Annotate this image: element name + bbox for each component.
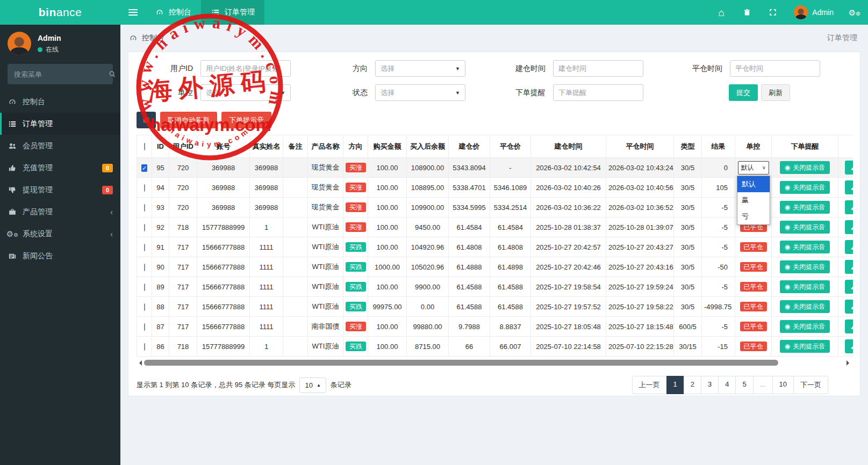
edit-button[interactable] — [845, 220, 853, 234]
column-header-close_price[interactable]: 平仓价 — [490, 135, 531, 158]
column-header-uid[interactable]: 用户ID — [169, 135, 197, 158]
dropdown-option-默认[interactable]: 默认 — [737, 176, 770, 192]
close-sound-button[interactable]: ◉关闭提示音 — [780, 280, 830, 293]
edit-button[interactable] — [845, 300, 853, 314]
close-sound-button[interactable]: ◉关闭提示音 — [780, 340, 830, 353]
remind-input[interactable] — [553, 84, 643, 101]
close-sound-button[interactable]: ◉关闭提示音 — [780, 300, 830, 313]
page-button-2[interactable]: 2 — [684, 376, 701, 394]
sidebar-item-orders[interactable]: 订单管理 — [0, 113, 120, 135]
direction-select[interactable]: 选择▼ — [375, 60, 465, 77]
column-header-amount[interactable]: 购买金额 — [368, 135, 407, 158]
sidebar-item-news[interactable]: 新闻公告 — [0, 245, 120, 267]
close-sound-button[interactable]: ◉关闭提示音 — [780, 161, 830, 174]
row-checkbox[interactable] — [144, 184, 145, 192]
order-sound-button[interactable]: 下单提示音 — [221, 112, 271, 128]
sidebar-item-members[interactable]: 会员管理 — [0, 135, 120, 157]
navbar-user-menu[interactable]: Admin — [794, 5, 834, 19]
scroll-right-arrow-icon[interactable] — [847, 360, 852, 366]
sidebar-search-input[interactable] — [14, 70, 109, 78]
refresh-button[interactable]: 刷新 — [761, 84, 790, 101]
columns-button[interactable] — [137, 112, 156, 128]
close-sound-button[interactable]: ◉关闭提示音 — [780, 221, 830, 234]
close-sound-button[interactable]: ◉关闭提示音 — [780, 181, 830, 194]
control-select[interactable]: 默认∨ — [738, 161, 769, 175]
sidebar-item-recharge[interactable]: 充值管理0 — [0, 157, 120, 179]
row-checkbox[interactable] — [144, 244, 145, 251]
select-all-checkbox[interactable] — [144, 143, 145, 150]
column-header-notify[interactable]: 下单提醒 — [772, 135, 838, 158]
gears-icon[interactable]: ⚙⚙ — [850, 8, 859, 17]
edit-button[interactable] — [845, 161, 853, 175]
column-header-actions[interactable]: 操作 — [838, 135, 853, 158]
search-icon[interactable] — [109, 70, 116, 78]
page-button-1[interactable]: 1 — [666, 376, 684, 394]
uid-input[interactable] — [200, 60, 291, 77]
edit-button[interactable] — [845, 339, 853, 353]
sidebar-item-withdraw[interactable]: 提现管理0 — [0, 179, 120, 201]
control-select[interactable]: 选择▼ — [200, 84, 291, 101]
page-button-10[interactable]: 10 — [772, 376, 794, 394]
column-header-control[interactable]: 单控 — [735, 135, 772, 158]
edit-button[interactable] — [845, 180, 853, 194]
cell-product: 现货黄金 — [308, 198, 343, 217]
column-header-open_time[interactable]: 建仓时间 — [531, 135, 606, 158]
page-button-3[interactable]: 3 — [701, 376, 719, 394]
open-time-input[interactable] — [553, 60, 643, 77]
status-select[interactable]: 选择▼ — [375, 84, 465, 101]
cell-amount: 100.00 — [368, 217, 407, 237]
sidebar-item-dashboard[interactable]: 控制台 — [0, 91, 120, 113]
column-header-product[interactable]: 产品名称 — [308, 135, 343, 158]
brand-logo[interactable]: binance — [0, 0, 120, 25]
sidebar-item-products[interactable]: 产品管理‹ — [0, 201, 120, 223]
column-header-open_price[interactable]: 建仓价 — [449, 135, 490, 158]
column-header-result[interactable]: 结果 — [702, 135, 735, 158]
close-sound-button[interactable]: ◉关闭提示音 — [780, 241, 830, 253]
navbar-tab-orders[interactable]: 订单管理 — [201, 0, 264, 25]
page-size-dropdown[interactable]: 10 ▲ — [299, 377, 326, 393]
close-sound-button[interactable]: ◉关闭提示音 — [780, 260, 830, 273]
close-sound-button[interactable]: ◉关闭提示音 — [780, 320, 830, 333]
edit-button[interactable] — [845, 260, 853, 274]
dropdown-option-亏[interactable]: 亏 — [737, 208, 770, 224]
next-page-button[interactable]: 下一页 — [793, 376, 828, 394]
navbar-tab-dashboard[interactable]: 控制台 — [145, 0, 201, 25]
row-checkbox[interactable] — [144, 224, 145, 231]
dropdown-option-赢[interactable]: 赢 — [737, 192, 770, 208]
trash-icon[interactable] — [742, 8, 752, 17]
column-header-id[interactable]: ID — [152, 135, 169, 158]
column-header-balance[interactable]: 买入后余额 — [407, 135, 449, 158]
row-checkbox[interactable] — [144, 343, 145, 351]
breadcrumb-left[interactable]: 控制台 — [142, 33, 164, 43]
prev-page-button[interactable]: 上一页 — [632, 376, 667, 394]
submit-button[interactable]: 提交 — [729, 84, 758, 101]
row-checkbox[interactable] — [144, 323, 145, 331]
edit-button[interactable] — [845, 200, 853, 214]
edit-button[interactable] — [845, 319, 853, 333]
fullscreen-icon[interactable] — [768, 8, 778, 17]
result-cell: -5 — [702, 237, 735, 257]
scrollbar-thumb[interactable] — [144, 360, 778, 366]
column-header-note[interactable]: 备注 — [283, 135, 308, 158]
home-icon[interactable]: ⌂ — [716, 8, 726, 17]
row-checkbox[interactable] — [144, 264, 145, 271]
close-time-input[interactable] — [730, 60, 820, 77]
row-checkbox[interactable]: ✓ — [141, 164, 147, 172]
edit-button[interactable] — [845, 240, 853, 254]
scroll-left-arrow-icon[interactable] — [137, 360, 142, 366]
cancel-auto-refresh-button[interactable]: 取消自动刷新 — [160, 112, 217, 128]
page-button-4[interactable]: 4 — [718, 376, 736, 394]
column-header-close_time[interactable]: 平仓时间 — [606, 135, 674, 158]
close-sound-button[interactable]: ◉关闭提示音 — [780, 201, 830, 214]
row-checkbox[interactable] — [144, 284, 145, 291]
column-header-account[interactable]: 账号 — [197, 135, 250, 158]
column-header-name[interactable]: 真实姓名 — [250, 135, 283, 158]
row-checkbox[interactable] — [144, 303, 145, 311]
column-header-dir[interactable]: 方向 — [343, 135, 368, 158]
column-header-type[interactable]: 类型 — [674, 135, 702, 158]
sidebar-toggle-button[interactable] — [120, 0, 145, 25]
page-button-5[interactable]: 5 — [735, 376, 753, 394]
row-checkbox[interactable] — [144, 204, 145, 212]
edit-button[interactable] — [845, 280, 853, 294]
sidebar-item-settings[interactable]: ⚙⚙系统设置‹ — [0, 223, 120, 245]
